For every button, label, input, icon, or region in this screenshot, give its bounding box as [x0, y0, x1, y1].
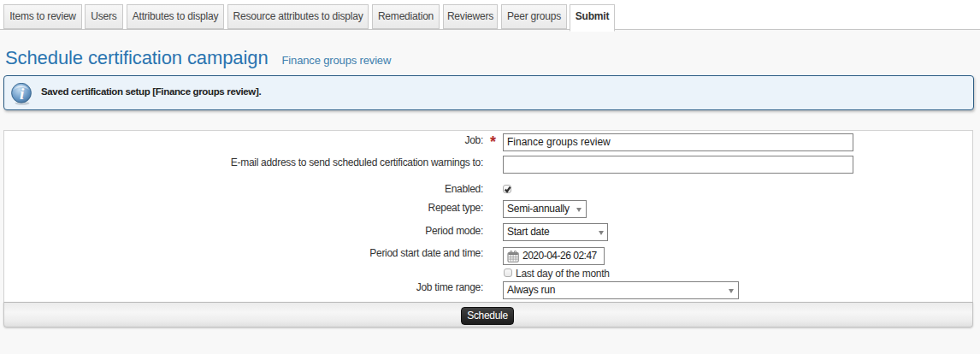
svg-text:i: i: [20, 85, 25, 103]
